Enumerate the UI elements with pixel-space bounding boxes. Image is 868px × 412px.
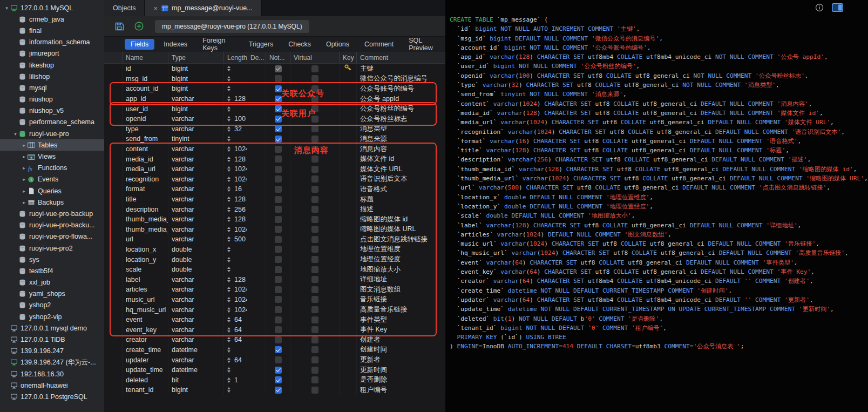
field-comment-cell[interactable]: 音乐链接: [357, 295, 445, 305]
field-length-cell[interactable]: 1024: [224, 285, 247, 295]
field-name-cell[interactable]: content: [123, 144, 168, 154]
field-name-cell[interactable]: account_id: [123, 84, 168, 94]
virtual-checkbox[interactable]: [311, 326, 318, 333]
field-decimals-cell[interactable]: [247, 74, 266, 84]
tab-sql-preview[interactable]: SQL Preview: [403, 35, 445, 53]
virtual-checkbox[interactable]: [311, 146, 318, 153]
not-null-checkbox[interactable]: [275, 156, 282, 163]
field-row-event-key[interactable]: event_keyvarchar64事件 Key: [104, 325, 445, 335]
field-decimals-cell[interactable]: [247, 174, 266, 185]
field-comment-cell[interactable]: 公众号 appId: [357, 94, 445, 104]
sidebar-item-testb5f4[interactable]: testb5f4: [0, 265, 104, 276]
key-cell[interactable]: [340, 274, 357, 285]
field-type-cell[interactable]: bigint: [168, 104, 224, 114]
key-cell[interactable]: [340, 335, 357, 345]
sidebar-item-ruoyi-vue-pro-backup[interactable]: ruoyi-vue-pro-backup: [0, 208, 104, 219]
virtual-checkbox[interactable]: [311, 116, 318, 123]
field-type-cell[interactable]: varchar: [168, 295, 224, 305]
virtual-checkbox[interactable]: [311, 226, 318, 233]
field-row-updater[interactable]: updatervarchar64更新者: [104, 355, 445, 365]
not-null-checkbox[interactable]: [275, 306, 282, 313]
length-stepper[interactable]: [227, 297, 230, 302]
field-type-cell[interactable]: bigint: [168, 64, 224, 74]
field-decimals-cell[interactable]: [247, 134, 266, 144]
field-type-cell[interactable]: double: [168, 245, 224, 255]
field-decimals-cell[interactable]: [247, 104, 266, 114]
not-null-checkbox[interactable]: [275, 85, 282, 92]
field-row-description[interactable]: descriptionvarchar256描述: [104, 204, 445, 214]
field-comment-cell[interactable]: 详细地址: [357, 274, 445, 285]
sidebar-item-views[interactable]: ▸Views: [0, 151, 104, 162]
field-decimals-cell[interactable]: [247, 355, 266, 365]
field-length-cell[interactable]: 16: [224, 184, 247, 194]
key-cell[interactable]: [340, 174, 357, 185]
save-button[interactable]: [112, 19, 127, 33]
field-comment-cell[interactable]: 地理位置经度: [357, 254, 445, 265]
field-name-cell[interactable]: media_id: [123, 154, 168, 164]
virtual-checkbox[interactable]: [311, 286, 318, 293]
field-comment-cell[interactable]: 高质量音乐链接: [357, 305, 445, 315]
sidebar-item-jimureport[interactable]: jimureport: [0, 48, 104, 59]
field-name-cell[interactable]: description: [123, 204, 168, 214]
field-decimals-cell[interactable]: [247, 315, 266, 325]
length-stepper[interactable]: [227, 227, 230, 232]
field-comment-cell[interactable]: 公众号粉丝的编号: [357, 104, 445, 114]
sidebar-item-lilishop[interactable]: lilishop: [0, 71, 104, 82]
sidebar-item-ruoyi-vue-pro[interactable]: ▾ruoyi-vue-pro: [0, 128, 104, 139]
virtual-checkbox[interactable]: [311, 105, 318, 112]
length-stepper[interactable]: [227, 157, 230, 162]
not-null-checkbox[interactable]: [275, 246, 282, 253]
field-comment-cell[interactable]: 语音格式: [357, 184, 445, 194]
not-null-checkbox[interactable]: [275, 216, 282, 223]
field-comment-cell[interactable]: 缩略图的媒体 id: [357, 214, 445, 225]
field-type-cell[interactable]: varchar: [168, 144, 224, 154]
sidebar-item-mysql[interactable]: mysql: [0, 82, 104, 93]
sidebar-item-niushop-v5[interactable]: niushop_v5: [0, 105, 104, 117]
sidebar-item-192-168-16-30[interactable]: 192.168.16.30: [0, 368, 104, 380]
field-row-creator[interactable]: creatorvarchar64创建者: [104, 335, 445, 345]
length-stepper[interactable]: [227, 106, 230, 112]
not-null-checkbox[interactable]: [275, 266, 282, 273]
field-length-cell[interactable]: [224, 385, 247, 395]
not-null-checkbox[interactable]: [275, 116, 282, 123]
field-name-cell[interactable]: create_time: [123, 345, 168, 355]
field-type-cell[interactable]: datetime: [168, 365, 224, 375]
field-decimals-cell[interactable]: [247, 154, 266, 164]
key-cell[interactable]: [340, 234, 357, 245]
sidebar-item-information-schema[interactable]: information_schema: [0, 37, 104, 48]
field-type-cell[interactable]: varchar: [168, 214, 224, 225]
key-cell[interactable]: [340, 295, 357, 305]
field-type-cell[interactable]: bit: [168, 375, 224, 385]
field-length-cell[interactable]: [224, 134, 247, 144]
field-decimals-cell[interactable]: [247, 184, 266, 194]
virtual-checkbox[interactable]: [311, 136, 318, 143]
not-null-checkbox[interactable]: [275, 346, 282, 353]
virtual-checkbox[interactable]: [311, 367, 318, 374]
sidebar-item-139-9-196-247[interactable]: 139.9.196.247 (华为云-...: [0, 357, 104, 368]
key-cell[interactable]: [340, 104, 357, 114]
add-field-button[interactable]: [131, 19, 146, 33]
not-null-checkbox[interactable]: [275, 296, 282, 303]
field-decimals-cell[interactable]: [247, 385, 266, 395]
field-decimals-cell[interactable]: [247, 274, 266, 285]
field-type-cell[interactable]: bigint: [168, 385, 224, 395]
field-name-cell[interactable]: type: [123, 124, 168, 134]
field-comment-cell[interactable]: 媒体文件 URL: [357, 164, 445, 174]
field-row-thumb-media-url[interactable]: thumb_media_urlvarchar1024缩略图的媒体 URL: [104, 225, 445, 235]
virtual-checkbox[interactable]: [311, 296, 318, 303]
field-length-cell[interactable]: 1024: [224, 174, 247, 185]
field-decimals-cell[interactable]: [247, 124, 266, 134]
field-decimals-cell[interactable]: [247, 204, 266, 214]
sidebar-item-yshop2-vip[interactable]: yshop2-vip: [0, 311, 104, 322]
field-name-cell[interactable]: scale: [123, 265, 168, 275]
key-cell[interactable]: [340, 154, 357, 164]
chevron-right-icon[interactable]: ▸: [21, 200, 28, 205]
sidebar-item-sys[interactable]: sys: [0, 254, 104, 265]
field-decimals-cell[interactable]: [247, 305, 266, 315]
length-stepper[interactable]: [227, 66, 230, 71]
virtual-checkbox[interactable]: [311, 316, 318, 323]
field-row-recognition[interactable]: recognitionvarchar1024语音识别后文本: [104, 174, 445, 185]
field-decimals-cell[interactable]: [247, 234, 266, 245]
sidebar-item-ruoyi-vue-pro-backu[interactable]: ruoyi-vue-pro-backu...: [0, 220, 104, 231]
key-cell[interactable]: [340, 74, 357, 84]
